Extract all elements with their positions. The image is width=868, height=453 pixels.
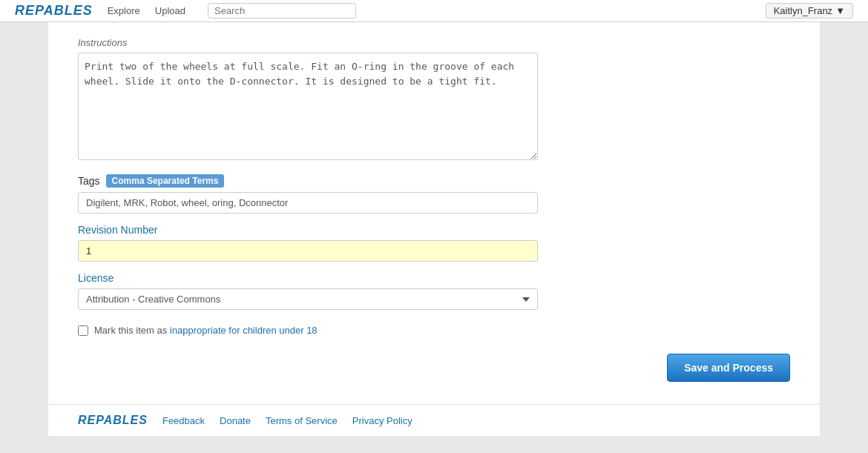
license-wrapper: Attribution - Creative Commons MIT Licen… xyxy=(78,288,538,310)
dropdown-arrow-icon: ▼ xyxy=(835,5,845,16)
tags-label: Tags xyxy=(78,175,100,187)
footer: REPABLES Feedback Donate Terms of Servic… xyxy=(48,404,820,436)
search-input[interactable] xyxy=(208,3,356,19)
tags-row: Tags Comma Separated Terms xyxy=(78,174,790,188)
footer-privacy-link[interactable]: Privacy Policy xyxy=(352,415,412,426)
checkbox-row: Mark this item as inappropriate for chil… xyxy=(78,325,790,336)
instructions-label: Instructions xyxy=(78,37,790,48)
checkbox-text-plain: Mark this item as xyxy=(94,325,170,336)
footer-terms-link[interactable]: Terms of Service xyxy=(266,415,338,426)
inappropriate-checkbox[interactable] xyxy=(78,325,88,336)
revision-label: Revision Number xyxy=(78,224,790,236)
user-dropdown[interactable]: Kaitlyn_Franz ▼ xyxy=(766,3,853,19)
instructions-textarea[interactable]: Print two of the wheels at full scale. F… xyxy=(78,53,538,160)
nav-explore[interactable]: Explore xyxy=(108,5,140,16)
license-select[interactable]: Attribution - Creative Commons MIT Licen… xyxy=(78,288,538,310)
checkbox-label: Mark this item as inappropriate for chil… xyxy=(94,325,318,336)
content-area: Instructions Print two of the wheels at … xyxy=(48,22,820,404)
license-label: License xyxy=(78,272,790,284)
footer-logo: REPABLES xyxy=(78,414,148,427)
header: REPABLES Explore Upload Kaitlyn_Franz ▼ xyxy=(0,0,868,22)
footer-donate-link[interactable]: Donate xyxy=(220,415,251,426)
comma-badge: Comma Separated Terms xyxy=(106,174,225,188)
page-wrapper: Instructions Print two of the wheels at … xyxy=(0,0,868,453)
username-label: Kaitlyn_Franz xyxy=(774,5,832,16)
nav-upload[interactable]: Upload xyxy=(155,5,185,16)
header-logo: REPABLES xyxy=(15,3,93,19)
checkbox-text-highlight: inappropriate for children under 18 xyxy=(170,325,318,336)
button-row: Save and Process xyxy=(78,354,790,382)
revision-input[interactable] xyxy=(78,240,538,262)
footer-feedback-link[interactable]: Feedback xyxy=(162,415,205,426)
tags-input[interactable] xyxy=(78,192,538,214)
save-and-process-button[interactable]: Save and Process xyxy=(667,354,790,382)
